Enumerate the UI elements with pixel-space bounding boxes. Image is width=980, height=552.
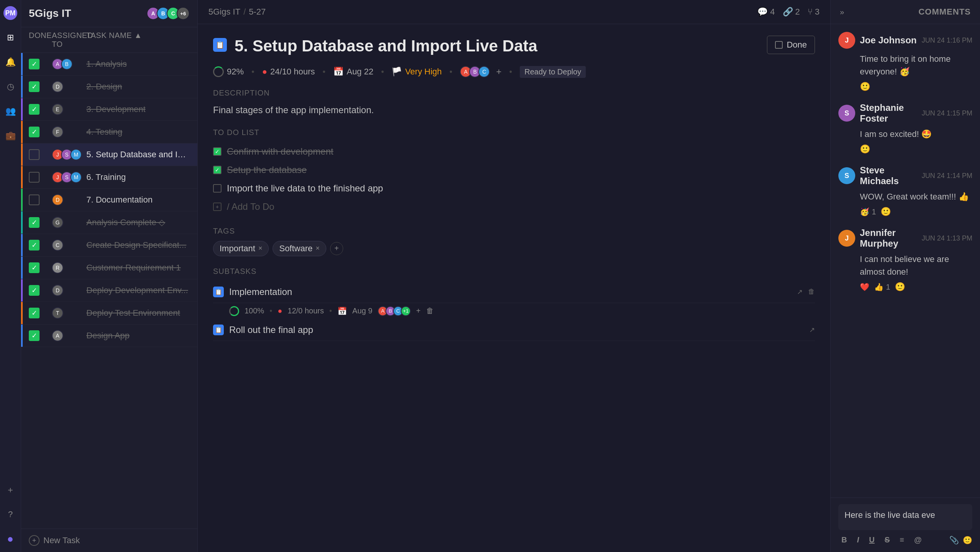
avatar: F	[52, 126, 63, 138]
subtask-expand-btn-2[interactable]: ↗	[809, 326, 815, 334]
meta-due-date: 📅 Aug 22	[333, 67, 373, 77]
new-task-button[interactable]: + New Task	[21, 529, 197, 552]
mention-button[interactable]: @	[911, 534, 925, 546]
reaction-heart[interactable]: ❤️	[860, 282, 869, 292]
priority-icon: 🏳️	[392, 67, 402, 77]
task-checkbox[interactable]: ✓	[29, 240, 40, 250]
comment-count-group[interactable]: 💬 4	[757, 7, 775, 17]
row-avatars: J S M	[52, 171, 86, 183]
task-row[interactable]: J S M 6. Training	[21, 166, 197, 189]
comment-reactions-3: 🥳 1 🙂	[838, 207, 972, 217]
task-row[interactable]: ✓ D 2. Design	[21, 76, 197, 98]
task-row[interactable]: ✓ F 4. Testing	[21, 121, 197, 143]
task-checkbox[interactable]: ✓	[29, 308, 40, 318]
col-done: DONE	[29, 31, 52, 49]
task-row[interactable]: ✓ T Deploy Test Environment	[21, 302, 197, 325]
strikethrough-button[interactable]: S	[881, 534, 892, 546]
subtask-add-assignee[interactable]: +	[416, 306, 421, 315]
sidebar-item-recent[interactable]: ◷	[3, 80, 17, 94]
task-checkbox[interactable]: ✓	[29, 81, 40, 92]
subtask-expand-btn[interactable]: ↗	[797, 288, 803, 296]
app-logo[interactable]: PM	[3, 6, 17, 20]
subtask-delete-meta[interactable]: 🗑	[426, 306, 434, 315]
comment-item: J Jennifer Murphey JUN 24 1:13 PM I can …	[838, 227, 972, 292]
row-avatars: D	[52, 194, 86, 206]
task-checkbox[interactable]	[29, 172, 40, 183]
breadcrumb-project[interactable]: 5Gigs IT	[208, 7, 240, 17]
underline-button[interactable]: U	[866, 534, 878, 546]
task-row[interactable]: ✓ C Create Design Specificat...	[21, 234, 197, 257]
task-row[interactable]: J S M 5. Setup Database and Im...	[21, 143, 197, 166]
sidebar-item-home[interactable]: ⊞	[3, 31, 17, 44]
todo-checkbox-2[interactable]: ✓	[213, 166, 221, 174]
detail-content: 📋 5. Setup Database and Import Live Data…	[198, 24, 830, 552]
row-avatars: G	[52, 217, 86, 228]
add-todo-label: / Add To Do	[227, 201, 274, 212]
collapse-button[interactable]: »	[840, 8, 844, 16]
reaction-add-icon[interactable]: 🙂	[881, 207, 891, 217]
task-checkbox[interactable]: ✓	[29, 104, 40, 115]
add-assignee-btn[interactable]: +	[496, 66, 501, 77]
task-row[interactable]: ✓ E 3. Development	[21, 98, 197, 121]
done-checkbox[interactable]	[775, 41, 783, 49]
sidebar-item-portfolio[interactable]: 💼	[3, 129, 17, 143]
thumbsup-emoji: 👍	[874, 282, 884, 292]
reaction-emoji-icon[interactable]: 🙂	[860, 82, 870, 92]
comment-input-area: Here is the live data eve B I U S ≡ @ 📎 …	[831, 498, 980, 552]
italic-button[interactable]: I	[854, 534, 862, 546]
comment-time-4: JUN 24 1:13 PM	[922, 234, 972, 242]
sidebar-item-add[interactable]: ＋	[3, 483, 17, 497]
task-row[interactable]: ✓ D Deploy Development Env...	[21, 279, 197, 302]
reaction-item[interactable]: 🥳 1	[860, 207, 876, 216]
task-checkbox[interactable]: ✓	[29, 285, 40, 296]
reaction-thumbsup[interactable]: 👍 1	[874, 282, 890, 292]
reaction-emoji-icon[interactable]: 🙂	[860, 144, 870, 154]
task-list-header: 5Gigs IT A B C +6	[21, 0, 197, 27]
tag-remove-software[interactable]: ×	[316, 244, 320, 252]
task-checkbox[interactable]: ✓	[29, 330, 40, 341]
comment-icon: 💬	[757, 7, 768, 17]
branch-count-group[interactable]: ⑂ 3	[808, 7, 820, 17]
sidebar-item-notifications[interactable]: 🔔	[3, 55, 17, 69]
task-row[interactable]: ✓ A Design App	[21, 325, 197, 347]
meta-sep5: •	[509, 67, 512, 77]
row-avatars: T	[52, 307, 86, 319]
row-avatars: C	[52, 239, 86, 251]
emoji-picker-icon[interactable]: 🙂	[963, 536, 972, 545]
sidebar-item-team[interactable]: 👥	[3, 104, 17, 118]
task-checkbox[interactable]: ✓	[29, 127, 40, 137]
task-row[interactable]: ✓ A B 1. Analysis	[21, 53, 197, 76]
bold-button[interactable]: B	[838, 534, 850, 546]
reaction-add-icon-4[interactable]: 🙂	[895, 282, 905, 292]
tag-remove-important[interactable]: ×	[258, 244, 263, 252]
task-checkbox[interactable]: ✓	[29, 262, 40, 273]
task-row[interactable]: D 7. Documentation	[21, 189, 197, 211]
subtask-delete-btn[interactable]: 🗑	[808, 288, 815, 296]
task-checkbox[interactable]	[29, 194, 40, 205]
avatar: G	[52, 217, 63, 228]
comments-header: » COMMENTS	[831, 0, 980, 24]
link-count-group[interactable]: 🔗 2	[783, 7, 800, 17]
comment-input-box[interactable]: Here is the live data eve	[838, 504, 972, 530]
task-name: Deploy Development Env...	[86, 285, 190, 295]
task-row[interactable]: ✓ G Analysis Complete ◇	[21, 211, 197, 234]
list-button[interactable]: ≡	[897, 534, 907, 546]
sidebar-item-profile[interactable]: ●	[3, 532, 17, 546]
task-row[interactable]: ✓ R Customer Requirement 1	[21, 257, 197, 279]
add-tag-button[interactable]: +	[330, 242, 343, 255]
todo-checkbox-1[interactable]: ✓	[213, 147, 221, 156]
task-checkbox[interactable]: ✓	[29, 59, 40, 69]
done-button[interactable]: Done	[767, 36, 815, 54]
sidebar-item-help[interactable]: ?	[3, 508, 17, 521]
sidebar-nav: PM ⊞ 🔔 ◷ 👥 💼 ＋ ? ●	[0, 0, 21, 552]
task-checkbox[interactable]	[29, 149, 40, 160]
breadcrumb-task[interactable]: 5-27	[249, 7, 266, 17]
comment-time-2: JUN 24 1:15 PM	[922, 109, 972, 117]
comment-reactions-4: ❤️ 👍 1 🙂	[838, 282, 972, 292]
attachment-icon[interactable]: 📎	[949, 536, 959, 545]
comment-input-field[interactable]: Here is the live data eve	[844, 509, 966, 525]
todo-checkbox-3[interactable]	[213, 184, 221, 193]
task-checkbox[interactable]: ✓	[29, 217, 40, 228]
link-count: 2	[795, 7, 800, 17]
add-todo[interactable]: + / Add To Do	[213, 198, 815, 216]
